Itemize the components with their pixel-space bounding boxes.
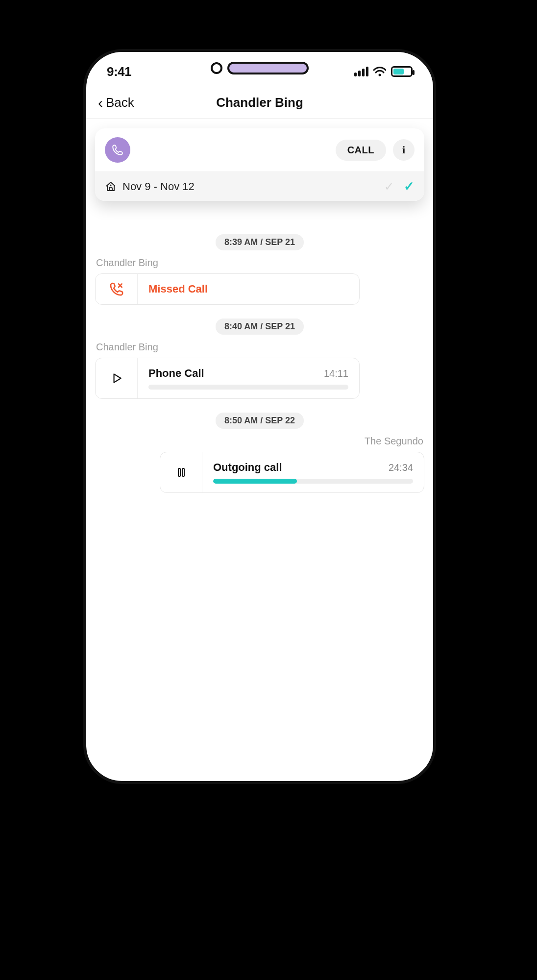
playback-progress[interactable] — [148, 385, 348, 390]
missed-call-card[interactable]: Missed Call — [95, 273, 360, 305]
pause-icon — [175, 466, 187, 478]
contact-card: CALL i Nov 9 - Nov 12 — [95, 128, 424, 201]
island-dot-icon — [211, 62, 222, 74]
outgoing-call-card[interactable]: Outgoing call 24:34 — [160, 452, 424, 493]
contact-avatar[interactable] — [105, 137, 130, 163]
wifi-icon — [373, 67, 386, 76]
call-title: Missed Call — [148, 283, 208, 295]
stay-dates-text: Nov 9 - Nov 12 — [122, 180, 195, 193]
phone-frame: 9:41 — [83, 49, 436, 784]
progress-fill — [213, 479, 297, 484]
svg-rect-3 — [182, 468, 184, 476]
check-teal-icon: ✓ — [404, 179, 415, 194]
phone-call-card[interactable]: Phone Call 14:11 — [95, 358, 360, 399]
timestamp-pill: 8:50 AM / SEP 22 — [216, 413, 304, 429]
island-pill-icon — [227, 62, 309, 74]
timestamp-pill: 8:39 AM / SEP 21 — [216, 234, 304, 250]
chevron-left-icon: ‹ — [98, 96, 103, 110]
sender-label: Chandler Bing — [96, 342, 424, 353]
nav-bar: ‹ Back Chandler Bing — [86, 87, 433, 119]
play-icon — [110, 372, 123, 385]
battery-icon — [391, 66, 413, 77]
check-grey-icon: ✓ — [384, 180, 394, 194]
missed-call-icon — [96, 274, 138, 304]
svg-point-1 — [110, 184, 111, 186]
timestamp-pill: 8:40 AM / SEP 21 — [216, 318, 304, 335]
status-bar: 9:41 — [86, 56, 433, 87]
sender-label: Chandler Bing — [96, 257, 424, 269]
stay-dates-row[interactable]: Nov 9 - Nov 12 ✓ ✓ — [95, 172, 424, 201]
house-icon — [105, 181, 117, 193]
play-button[interactable] — [96, 358, 138, 398]
call-duration: 14:11 — [324, 368, 348, 379]
back-label: Back — [106, 95, 134, 110]
phone-icon — [111, 144, 124, 156]
call-timeline: 8:39 AM / SEP 21 Chandler Bing Missed Ca… — [86, 201, 433, 493]
svg-rect-2 — [178, 468, 180, 476]
sender-label: The Segundo — [95, 436, 423, 447]
cellular-signal-icon — [354, 67, 368, 76]
dynamic-island — [211, 61, 309, 75]
info-button[interactable]: i — [393, 139, 415, 161]
svg-point-0 — [379, 74, 381, 76]
status-time: 9:41 — [107, 64, 131, 79]
call-title: Outgoing call — [213, 461, 282, 474]
page-title: Chandler Bing — [86, 95, 433, 110]
call-button[interactable]: CALL — [336, 140, 386, 161]
back-button[interactable]: ‹ Back — [98, 95, 134, 110]
pause-button[interactable] — [160, 452, 202, 492]
playback-progress[interactable] — [213, 479, 413, 484]
call-title: Phone Call — [148, 367, 204, 380]
call-duration: 24:34 — [389, 462, 413, 473]
